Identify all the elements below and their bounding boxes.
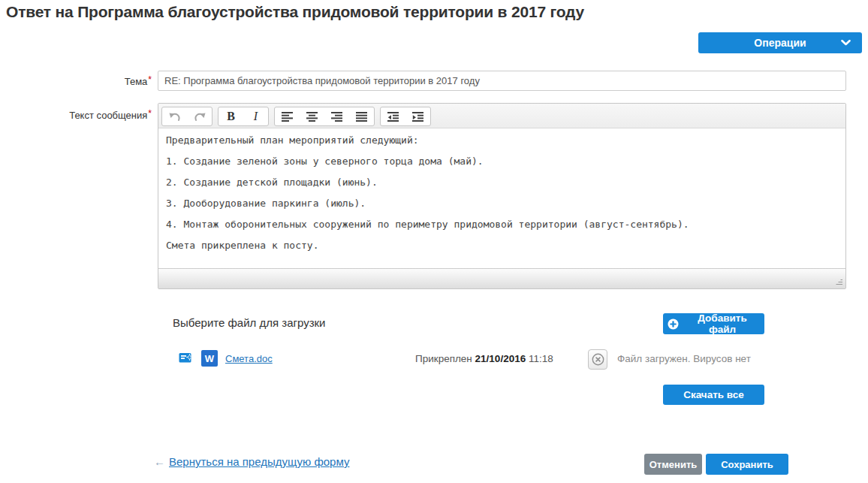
outdent-button[interactable] <box>381 107 405 125</box>
remove-file-button[interactable] <box>588 349 607 370</box>
undo-button[interactable] <box>162 107 187 125</box>
file-status-text: Файл загружен. Вирусов нет <box>617 353 751 364</box>
word-file-icon: W <box>201 350 218 367</box>
circle-x-icon <box>592 353 604 366</box>
add-file-button[interactable]: Добавить файл <box>663 313 764 334</box>
message-label: Текст сообщения* <box>0 110 152 121</box>
justify-icon <box>356 112 367 122</box>
rich-text-editor: B I <box>158 103 846 289</box>
editor-toolbar: B I <box>158 104 845 128</box>
editor-paragraph: 4. Монтаж оборонительных сооружений по п… <box>166 218 838 231</box>
file-name-link[interactable]: Смета.doc <box>225 353 273 364</box>
indent-icon <box>412 112 423 122</box>
bold-icon: B <box>227 110 235 122</box>
align-left-button[interactable] <box>275 107 300 125</box>
upload-prompt: Выберите файл для загрузки <box>173 316 325 329</box>
italic-icon: I <box>254 110 258 122</box>
page-title: Ответ на Программа благоустройства придо… <box>6 3 584 21</box>
toolbar-group-history <box>161 107 212 126</box>
align-right-button[interactable] <box>324 107 349 125</box>
operations-button-label: Операции <box>754 37 806 49</box>
required-asterisk: * <box>148 74 152 85</box>
toolbar-group-style: B I <box>218 107 269 126</box>
align-right-icon <box>331 112 342 122</box>
virus-scan-icon <box>179 352 194 364</box>
redo-icon <box>194 112 206 122</box>
cancel-button[interactable]: Отменить <box>644 454 702 475</box>
chevron-down-icon <box>841 40 851 46</box>
message-body-editor[interactable]: Предварительный план мероприятий следующ… <box>158 128 845 268</box>
reply-form-page: Ответ на Программа благоустройства придо… <box>0 0 868 483</box>
resize-grip-icon[interactable] <box>835 278 842 285</box>
subject-input[interactable] <box>158 71 846 91</box>
editor-paragraph: 1. Создание зеленой зоны у северного тор… <box>166 155 838 168</box>
save-button-label: Сохранить <box>721 459 773 470</box>
align-center-icon <box>306 112 318 122</box>
editor-statusbar <box>158 268 845 288</box>
cancel-button-label: Отменить <box>649 459 698 470</box>
file-attached-info: Прикреплен 21/10/2016 11:18 <box>415 353 553 364</box>
toolbar-group-align <box>274 107 375 126</box>
download-all-button-label: Скачать все <box>683 389 744 400</box>
add-file-button-label: Добавить файл <box>685 312 760 335</box>
back-arrow-icon: ← <box>154 455 165 468</box>
align-center-button[interactable] <box>300 107 324 125</box>
operations-button[interactable]: Операции <box>698 32 862 53</box>
italic-button[interactable]: I <box>243 107 268 125</box>
file-attached-time: 11:18 <box>529 353 553 364</box>
download-all-button[interactable]: Скачать все <box>663 385 764 405</box>
redo-button[interactable] <box>187 107 212 125</box>
outdent-icon <box>387 112 399 122</box>
back-to-previous-form-link[interactable]: Вернуться на предыдущую форму <box>169 455 349 468</box>
back-link-row: ←Вернуться на предыдущую форму <box>154 455 349 468</box>
indent-button[interactable] <box>405 107 430 125</box>
editor-paragraph: Смета прикреплена к посту. <box>166 239 838 252</box>
justify-button[interactable] <box>349 107 374 125</box>
editor-paragraph: 3. Дооборудование паркинга (июль). <box>166 197 838 210</box>
align-left-icon <box>282 112 293 122</box>
editor-paragraph: 2. Создание детской площадки (июнь). <box>166 176 838 189</box>
toolbar-group-indent <box>380 107 431 126</box>
bold-button[interactable]: B <box>219 107 243 125</box>
save-button[interactable]: Сохранить <box>706 454 788 475</box>
required-asterisk: * <box>148 108 152 119</box>
file-attached-date: 21/10/2016 <box>475 353 526 364</box>
plus-circle-icon <box>668 318 679 330</box>
subject-label: Тема* <box>0 76 152 87</box>
editor-paragraph: Предварительный план мероприятий следующ… <box>166 134 838 146</box>
undo-icon <box>169 112 181 122</box>
